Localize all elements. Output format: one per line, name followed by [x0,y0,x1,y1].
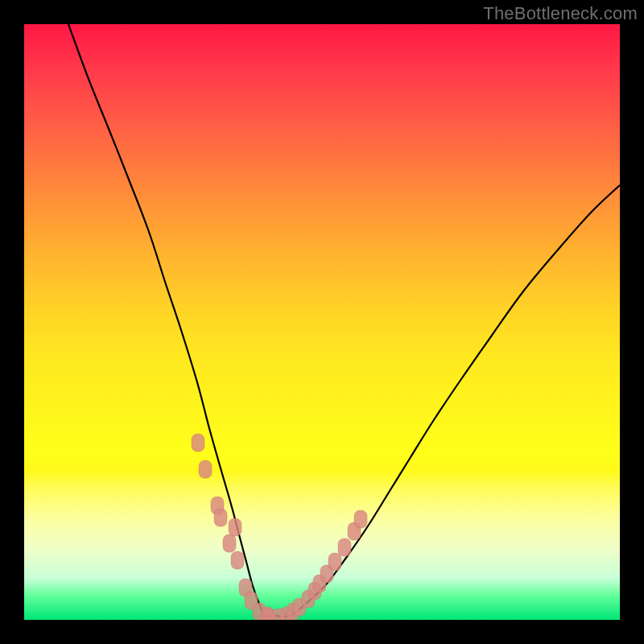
data-marker [192,434,204,452]
data-marker [231,551,244,569]
data-marker [214,509,227,526]
data-marker [229,518,242,536]
data-marker [328,553,341,571]
data-marker [354,510,367,528]
data-marker [272,609,285,620]
data-marker [223,535,236,552]
curve-layer [24,24,620,620]
data-marker [199,460,212,478]
data-marker [338,539,351,556]
bottleneck-curve [68,24,620,617]
chart-frame: TheBottleneck.com [0,0,644,644]
plot-area [24,24,620,620]
watermark-text: TheBottleneck.com [483,3,638,24]
